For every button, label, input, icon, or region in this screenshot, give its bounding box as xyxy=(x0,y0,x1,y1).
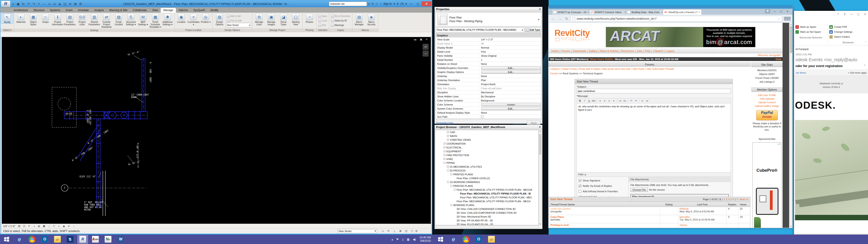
infocenter-search-input[interactable] xyxy=(329,2,367,6)
chrome-scrollbar[interactable]: ▲ ▼ xyxy=(789,23,792,228)
render-icon[interactable]: ◍ xyxy=(37,224,41,228)
bold-icon[interactable]: B xyxy=(578,99,582,103)
property-value[interactable]: Mechanical xyxy=(480,91,541,94)
taskbar-app-word[interactable]: W xyxy=(116,235,126,244)
ribbon-button-shared-parameters[interactable]: ▥Shared Parameters xyxy=(88,13,100,26)
last-post-user-link[interactable]: bpenalba xyxy=(680,216,725,218)
property-edit-button[interactable]: Edit... xyxy=(482,107,541,110)
property-value[interactable]: Edit... xyxy=(480,70,541,74)
panel-label-inquiry[interactable]: Inquiry xyxy=(329,28,352,32)
action-center-flag-icon[interactable]: ⚑ xyxy=(396,238,399,241)
type-selector[interactable]: Floor Plan Floor Plan - Working Piping ▼ xyxy=(436,12,541,26)
network-icon[interactable]: ▦ xyxy=(407,238,410,241)
tree-item-fire-protection[interactable]: +FIRE PROTECTION xyxy=(435,153,538,157)
project-browser-close-icon[interactable]: ✕ xyxy=(539,126,541,128)
taskbar-app-revit[interactable]: R xyxy=(78,235,88,244)
ribbon-button-macro-manager[interactable]: ▤Macro Manager xyxy=(353,13,365,26)
start-button-secondary[interactable] xyxy=(434,235,447,244)
project-browser-titlebar[interactable]: Project Browser - 1301070_Gambro_MEP_Mec… xyxy=(435,125,542,129)
ribbon-button-main-model[interactable]: Main Model▾ xyxy=(226,23,251,27)
property-value[interactable]: Background xyxy=(480,99,541,102)
design-options-dropdown[interactable]: Main Model▾ xyxy=(338,229,377,233)
subject-input[interactable] xyxy=(577,89,731,93)
ribbon-tab-structure[interactable]: Structure xyxy=(31,8,47,13)
tree-item-floor-plan-mechanical-utility-piping-flo[interactable]: -Floor Plan: MECHANICAL UTILITY PIPING F… xyxy=(435,188,538,191)
ribbon-button-purge-unused[interactable]: ▨Purge Unused xyxy=(113,13,125,26)
browser-tab-1[interactable]: xfXFINITY Connect: Inbox✕ xyxy=(589,9,627,15)
mail-collapse-icon[interactable]: ⌃ xyxy=(863,64,866,68)
quick-link-1[interactable]: Today's Posts xyxy=(562,67,577,70)
collapse-icon[interactable]: - xyxy=(450,173,452,175)
property-value[interactable]: Normal xyxy=(480,46,541,49)
outlook-maximize-button[interactable]: ▢ xyxy=(855,13,862,16)
properties-close-icon[interactable]: ✕ xyxy=(539,8,541,11)
taskbar-app-navisworks[interactable]: Nm xyxy=(103,235,113,244)
start-new-thread-link[interactable]: Start New Thread xyxy=(550,198,572,201)
nav-link-logout[interactable]: Logout xyxy=(666,50,674,53)
quick-link-5[interactable]: ∨My Subscribed Threads xyxy=(646,67,674,70)
number-list-icon[interactable]: 1≡ xyxy=(623,99,627,103)
properties-palette-titlebar[interactable]: Properties ✕ xyxy=(435,7,542,11)
expand-icon[interactable]: + xyxy=(443,146,445,148)
cubepro-ad[interactable]: ▷✕ CubePro® xyxy=(752,142,781,228)
ribbon-button-decal-types[interactable]: ◪Decal Types xyxy=(277,13,289,26)
switch-windows-icon[interactable]: ⧉ xyxy=(78,1,83,6)
panel-label-phasing[interactable]: Phasing xyxy=(303,28,316,32)
tree-item-floor-plan-lower-level-2-[interactable]: Floor Plan: LOWER LEVEL(2) xyxy=(435,176,538,180)
text-icon[interactable]: A xyxy=(52,1,57,6)
tree-item-printed-plans[interactable]: -PRINTED PLANS xyxy=(435,172,538,176)
property-edit-button[interactable]: <none> xyxy=(482,103,541,106)
property-value[interactable]: 1 xyxy=(480,59,541,61)
tree-item-navis[interactable]: +NAVIS xyxy=(435,134,538,138)
mark-as-spam-button[interactable]: ✕ Mark as Spam xyxy=(794,24,828,29)
project-browser-hscrollbar[interactable]: ‹ xyxy=(435,225,539,228)
ribbon-button-warnings[interactable]: ▫Warnings xyxy=(330,23,351,27)
expand-icon[interactable]: + xyxy=(443,143,445,145)
select-folders-button[interactable]: ▱ Select Folders xyxy=(828,34,868,39)
ribbon-button-additional-settings[interactable]: ✱Additional Settings ▾ xyxy=(161,13,174,26)
taskbar2-app-explorer[interactable]: ▱ xyxy=(486,235,497,244)
chrome-maximize-button[interactable]: ▢ xyxy=(778,9,784,13)
redo-icon[interactable]: ↷ xyxy=(634,99,638,103)
bullet-list-icon[interactable]: •≡ xyxy=(618,99,622,103)
exchange-apps-icon[interactable]: X xyxy=(397,2,399,5)
undo-icon[interactable]: ↶ xyxy=(629,99,633,103)
taskbar-app-chrome[interactable] xyxy=(27,235,37,244)
tree-item-02-process[interactable]: -02-PROCESS xyxy=(435,169,538,172)
analysis-icon[interactable]: ≎ xyxy=(67,224,71,228)
member-option-link-0[interactable]: Edit User Profile xyxy=(751,93,782,97)
help-icon[interactable]: (?) xyxy=(400,2,404,5)
property-value[interactable]: Plan xyxy=(480,79,541,82)
volume-icon[interactable]: ◀) xyxy=(413,238,416,241)
italic-icon[interactable]: I xyxy=(583,99,587,103)
revit-minimize-button[interactable]: — xyxy=(408,1,414,6)
revitcity-logo[interactable]: RevitCity xyxy=(555,28,590,38)
property-value[interactable]: Show Original xyxy=(480,55,541,57)
tree-item-3d-view-chiller-evaporator-connection-3d[interactable]: 3D View: CHILLER EVAPORATOR CONNECTION 3… xyxy=(435,211,538,215)
ribbon-button-materials[interactable]: ◐Materials xyxy=(15,13,27,23)
get-more-apps-link[interactable]: + Get more apps xyxy=(848,71,867,74)
create-pdf-button[interactable]: ▣ Create PDF xyxy=(828,24,868,29)
redo-icon[interactable]: ↷ xyxy=(31,1,36,6)
subscription-icon[interactable]: ✎ xyxy=(372,2,374,5)
taskbar-app-explorer[interactable]: ▱ xyxy=(52,235,63,244)
ribbon-button-object-styles[interactable]: ▦Object Styles xyxy=(27,13,39,26)
justify-icon[interactable]: ≡ xyxy=(612,99,616,103)
align-center-icon[interactable]: ≡ xyxy=(602,99,607,103)
thread-title-link[interactable]: Printing in revit xyxy=(550,224,658,226)
adchoices-icon[interactable]: ▷✕ xyxy=(778,143,781,145)
tree-item-3d-view-mechanical-room-3d[interactable]: 3D View: Mechanical Room 3D xyxy=(435,215,538,218)
revit-close-button[interactable]: ✕ xyxy=(421,1,432,6)
ribbon-button-structural-settings[interactable]: SStructural Settings ▾ xyxy=(125,13,137,26)
tree-item-coordination[interactable]: +COORDINATION xyxy=(435,142,538,146)
ribbon-button-phases[interactable]: ◔Phases xyxy=(303,13,315,23)
collapse-icon[interactable]: - xyxy=(454,189,456,191)
browser-tab-3[interactable]: RCRevitCity.com | Forums | T✕ xyxy=(663,9,702,15)
taskbar2-app-ie[interactable]: e xyxy=(448,235,459,244)
tree-item-cad[interactable]: +CAD xyxy=(435,130,538,134)
taskbar-app-outlook[interactable]: O xyxy=(39,235,50,244)
property-group-graphics[interactable]: Graphics xyxy=(436,33,541,37)
zoom-navigation-icon[interactable]: ▭ xyxy=(423,51,429,57)
ribbon-tab-systems[interactable]: Systems xyxy=(47,8,63,13)
ribbon-button-project-information[interactable]: ℹProject Information xyxy=(52,13,64,26)
